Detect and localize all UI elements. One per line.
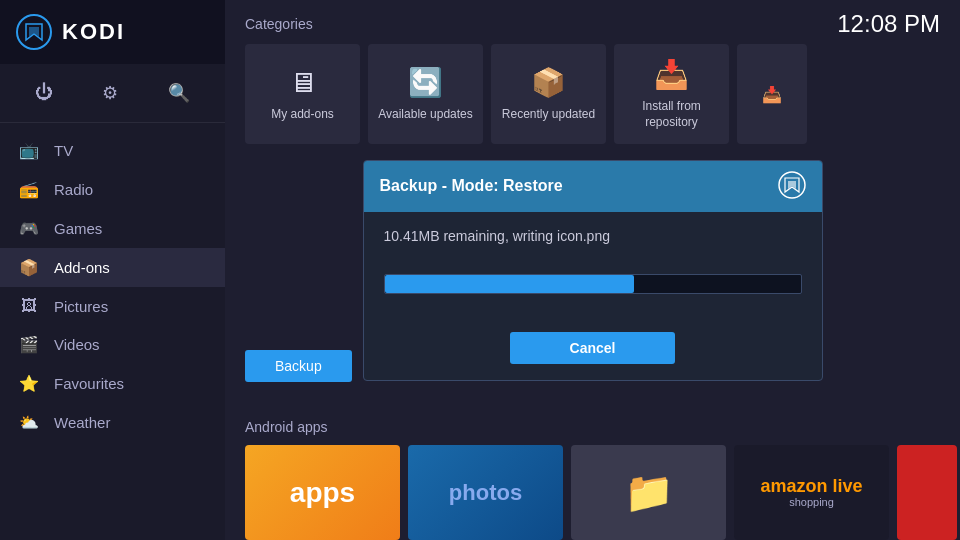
progress-bar-fill xyxy=(385,275,635,293)
dialog-close-button[interactable] xyxy=(778,171,806,202)
sidebar-item-addons-label: Add-ons xyxy=(54,259,110,276)
favourites-icon: ⭐ xyxy=(18,374,40,393)
weather-icon: ⛅ xyxy=(18,413,40,432)
sidebar-item-videos[interactable]: 🎬 Videos xyxy=(0,325,225,364)
sidebar-item-weather[interactable]: ⛅ Weather xyxy=(0,403,225,442)
dialog-body: 10.41MB remaining, writing icon.png xyxy=(364,212,822,332)
sidebar-item-pictures[interactable]: 🖼 Pictures xyxy=(0,287,225,325)
dialog-title-bar: Backup - Mode: Restore xyxy=(364,161,822,212)
dialog-footer: Cancel xyxy=(364,332,822,380)
dialog-status-text: 10.41MB remaining, writing icon.png xyxy=(384,228,802,244)
dialog-title: Backup - Mode: Restore xyxy=(380,177,563,195)
kodi-title: KODI xyxy=(62,19,125,45)
svg-marker-7 xyxy=(788,181,796,189)
sidebar-item-weather-label: Weather xyxy=(54,414,110,431)
power-icon[interactable]: ⏻ xyxy=(25,78,63,108)
addons-icon: 📦 xyxy=(18,258,40,277)
sidebar-item-videos-label: Videos xyxy=(54,336,100,353)
sidebar-item-addons[interactable]: 📦 Add-ons xyxy=(0,248,225,287)
sidebar-nav: 📺 TV 📻 Radio 🎮 Games 📦 Add-ons 🖼 Picture… xyxy=(0,123,225,540)
dialog-kodi-icon xyxy=(778,171,806,199)
sidebar-item-radio-label: Radio xyxy=(54,181,93,198)
sidebar-item-games[interactable]: 🎮 Games xyxy=(0,209,225,248)
tv-icon: 📺 xyxy=(18,141,40,160)
radio-icon: 📻 xyxy=(18,180,40,199)
sidebar-item-favourites[interactable]: ⭐ Favourites xyxy=(0,364,225,403)
dialog-overlay: Backup - Mode: Restore 10.41MB remaining… xyxy=(225,0,960,540)
sidebar-item-tv-label: TV xyxy=(54,142,73,159)
sidebar-icons: ⏻ ⚙ 🔍 xyxy=(0,64,225,123)
pictures-icon: 🖼 xyxy=(18,297,40,315)
svg-marker-2 xyxy=(29,27,39,37)
games-icon: 🎮 xyxy=(18,219,40,238)
videos-icon: 🎬 xyxy=(18,335,40,354)
progress-bar-container xyxy=(384,274,802,294)
search-icon[interactable]: 🔍 xyxy=(158,78,200,108)
sidebar: KODI ⏻ ⚙ 🔍 📺 TV 📻 Radio 🎮 Games 📦 Add-on… xyxy=(0,0,225,540)
sidebar-item-pictures-label: Pictures xyxy=(54,298,108,315)
backup-dialog: Backup - Mode: Restore 10.41MB remaining… xyxy=(363,160,823,381)
cancel-button[interactable]: Cancel xyxy=(510,332,676,364)
sidebar-header: KODI xyxy=(0,0,225,64)
kodi-logo xyxy=(16,14,52,50)
sidebar-item-favourites-label: Favourites xyxy=(54,375,124,392)
sidebar-item-radio[interactable]: 📻 Radio xyxy=(0,170,225,209)
sidebar-item-games-label: Games xyxy=(54,220,102,237)
settings-icon[interactable]: ⚙ xyxy=(92,78,128,108)
main-content: 12:08 PM Categories 🖥 My add-ons 🔄 Avail… xyxy=(225,0,960,540)
sidebar-item-tv[interactable]: 📺 TV xyxy=(0,131,225,170)
